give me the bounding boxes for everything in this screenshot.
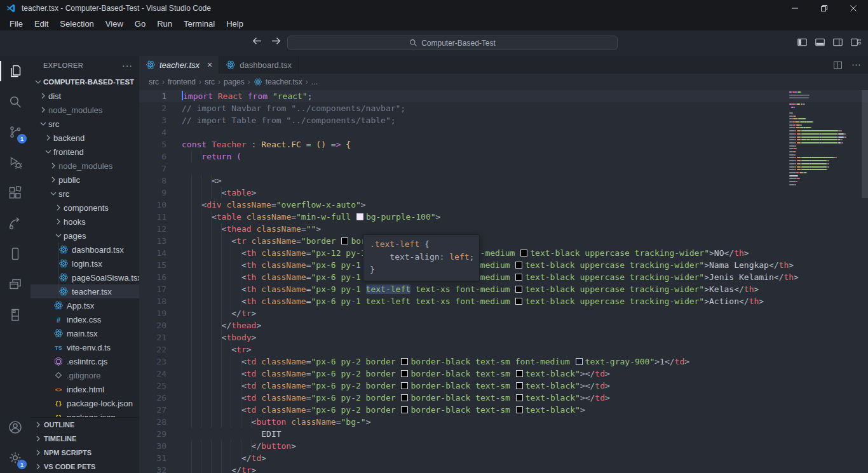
editor-more-actions-icon[interactable]: [851, 60, 862, 70]
minimize-button[interactable]: [780, 0, 810, 17]
minimap[interactable]: [787, 90, 862, 473]
line-number[interactable]: 1: [139, 90, 166, 102]
line-number[interactable]: 24: [139, 368, 166, 380]
line-number[interactable]: 23: [139, 356, 166, 368]
tree-item-node-modules[interactable]: node_modules: [31, 103, 139, 117]
menu-item-view[interactable]: View: [100, 17, 129, 30]
tree-item-backend[interactable]: backend: [31, 131, 139, 145]
code-line-30[interactable]: 30 </button>: [139, 440, 868, 452]
code-line-6[interactable]: 6 return (: [139, 150, 868, 163]
code-line-12[interactable]: 12 <thead className="">: [139, 223, 868, 235]
code-line-3[interactable]: 3// import Table from "../components/tab…: [139, 114, 868, 126]
breadcrumb-item-src[interactable]: src: [205, 77, 215, 86]
tree-item-index-css[interactable]: #index.css: [31, 312, 139, 326]
go-back-icon[interactable]: [252, 36, 262, 46]
breadcrumb-item-[interactable]: ...: [311, 77, 318, 86]
menu-item-file[interactable]: File: [4, 17, 29, 30]
menu-item-go[interactable]: Go: [129, 17, 151, 30]
explorer-more-actions-icon[interactable]: ···: [122, 60, 133, 70]
line-number[interactable]: 31: [139, 452, 166, 464]
activity-item-live-share[interactable]: [0, 208, 31, 239]
line-number[interactable]: 4: [139, 126, 166, 138]
close-button[interactable]: [839, 0, 868, 17]
code-line-31[interactable]: 31 </td>: [139, 452, 868, 464]
line-number[interactable]: 32: [139, 464, 166, 473]
section-header-npm-scripts[interactable]: NPM SCRIPTS: [31, 446, 139, 460]
go-forward-icon[interactable]: [271, 36, 281, 46]
breadcrumb-item-src[interactable]: src: [149, 77, 159, 86]
code-line-21[interactable]: 21 <tbody>: [139, 331, 868, 343]
tree-item-app-tsx[interactable]: App.tsx: [31, 298, 139, 312]
code-line-5[interactable]: 5const Teacher : React.FC = () => {: [139, 138, 868, 150]
scrollbar-slider[interactable]: [862, 90, 868, 198]
code-line-19[interactable]: 19 </tr>: [139, 307, 868, 319]
line-number[interactable]: 29: [139, 428, 166, 440]
code-line-2[interactable]: 2// import Navbar from "../components/na…: [139, 102, 868, 114]
tree-item-components[interactable]: components: [31, 201, 139, 215]
tree-item-vite-env-d-ts[interactable]: TSvite-env.d.ts: [31, 340, 139, 354]
section-header-vs-code-pets[interactable]: VS CODE PETS: [31, 460, 139, 473]
menu-item-help[interactable]: Help: [220, 17, 249, 30]
code-line-15[interactable]: 15 <th className="px-6 py-1 text-left te…: [139, 259, 868, 271]
activity-item-settings[interactable]: 1: [0, 443, 31, 473]
tree-item-eslintrc-cjs[interactable]: .eslintrc.cjs: [31, 354, 139, 368]
split-editor-icon[interactable]: [832, 60, 843, 70]
code-line-20[interactable]: 20 </thead>: [139, 319, 868, 331]
activity-item-explorer[interactable]: [0, 56, 31, 86]
line-number[interactable]: 21: [139, 331, 166, 343]
line-number[interactable]: 26: [139, 392, 166, 404]
tree-item-gitignore[interactable]: .gitignore: [31, 368, 139, 382]
activity-item-mobile-view[interactable]: [0, 239, 31, 269]
toggle-primary-sidebar-icon[interactable]: [796, 36, 808, 48]
activity-item-search[interactable]: [0, 86, 31, 117]
code-line-13[interactable]: 13 <tr className="border border-black">: [139, 235, 868, 247]
tab-close-icon[interactable]: ×: [207, 60, 212, 70]
toggle-secondary-sidebar-icon[interactable]: [832, 36, 844, 48]
line-number[interactable]: 19: [139, 307, 166, 319]
breadcrumb-item-teacher-tsx[interactable]: teacher.tsx: [266, 77, 302, 86]
activity-item-accounts[interactable]: [0, 412, 31, 443]
line-number[interactable]: 13: [139, 235, 166, 247]
tree-item-frontend[interactable]: frontend: [31, 145, 139, 159]
code-line-7[interactable]: 7: [139, 163, 868, 175]
line-number[interactable]: 8: [139, 175, 166, 187]
line-number[interactable]: 20: [139, 319, 166, 331]
tree-item-pages[interactable]: pages: [31, 229, 139, 243]
line-number[interactable]: 25: [139, 380, 166, 392]
section-header-timeline[interactable]: TIMELINE: [31, 432, 139, 446]
code-line-25[interactable]: 25 <td className="px-6 py-2 border borde…: [139, 380, 868, 392]
code-line-1[interactable]: 1import React from "react";: [139, 90, 868, 102]
line-number[interactable]: 17: [139, 283, 166, 295]
toggle-panel-icon[interactable]: [814, 36, 826, 48]
code-line-24[interactable]: 24 <td className="px-6 py-2 border borde…: [139, 368, 868, 380]
menu-item-selection[interactable]: Selection: [54, 17, 99, 30]
tree-item-package-json[interactable]: {}package.json: [31, 410, 139, 417]
code-line-16[interactable]: 16 <th className="px-6 py-1 text-left te…: [139, 271, 868, 283]
tree-item-computer-based-test[interactable]: COMPUTER-BASED-TEST: [31, 75, 139, 89]
tab-dashboard-tsx[interactable]: dashboard.tsx: [219, 56, 299, 74]
code-editor[interactable]: 1import React from "react";2// import Na…: [139, 90, 868, 473]
tree-item-hooks[interactable]: hooks: [31, 215, 139, 229]
code-line-29[interactable]: 29 EDIT: [139, 428, 868, 440]
breadcrumb-item-pages[interactable]: pages: [224, 77, 245, 86]
line-number[interactable]: 5: [139, 138, 166, 150]
line-number[interactable]: 9: [139, 187, 166, 199]
code-line-9[interactable]: 9 <table>: [139, 187, 868, 199]
tree-item-main-tsx[interactable]: main.tsx: [31, 326, 139, 340]
line-number[interactable]: 27: [139, 404, 166, 416]
tree-item-src[interactable]: src: [31, 187, 139, 201]
line-number[interactable]: 7: [139, 163, 166, 175]
code-line-11[interactable]: 11 <table className="min-w-full bg-purpl…: [139, 211, 868, 223]
line-number[interactable]: 28: [139, 416, 166, 428]
tree-item-dist[interactable]: dist: [31, 89, 139, 103]
customize-layout-icon[interactable]: [850, 36, 862, 48]
command-center-search[interactable]: Computer-Based-Test: [287, 36, 618, 50]
menu-item-terminal[interactable]: Terminal: [178, 17, 220, 30]
code-line-27[interactable]: 27 <td className="px-6 py-2 border borde…: [139, 404, 868, 416]
line-number[interactable]: 14: [139, 247, 166, 259]
tree-item-public[interactable]: public: [31, 173, 139, 187]
activity-item-source-control[interactable]: 1: [0, 117, 31, 147]
activity-item-run-debug[interactable]: [0, 147, 31, 178]
restore-button[interactable]: [810, 0, 839, 17]
code-line-26[interactable]: 26 <td className="px-6 py-2 border borde…: [139, 392, 868, 404]
